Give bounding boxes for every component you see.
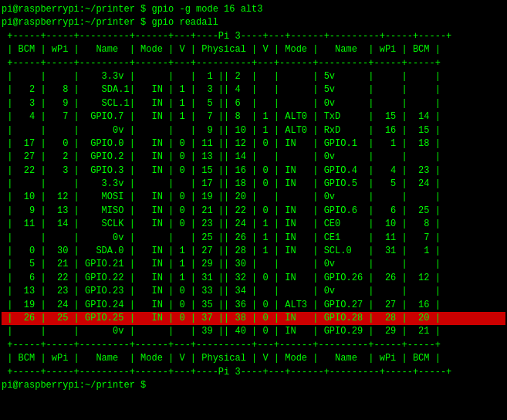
terminal-line: pi@raspberrypi:~/printer $ gpio readall (2, 16, 505, 29)
terminal-line: | | | 0v | | | 9 || 10 | 1 | ALT0 | RxD … (2, 124, 505, 137)
terminal-line: | 6 | 22 | GPIO.22 | IN | 1 | 31 || 32 |… (2, 272, 505, 285)
terminal-line: | 11 | 14 | SCLK | IN | 0 | 23 || 24 | 1… (2, 218, 505, 231)
terminal-line: | | | 3.3v | | | 1 || 2 | | | 5v | | | (2, 70, 505, 83)
terminal-line: | | | 3.3v | | | 17 || 18 | 0 | IN | GPI… (2, 178, 505, 191)
terminal-line: | BCM | wPi | Name | Mode | V | Physical… (2, 352, 505, 365)
terminal-line: | 5 | 21 | GPIO.21 | IN | 1 | 29 || 30 |… (2, 258, 505, 271)
terminal-line: | 17 | 0 | GPIO.0 | IN | 0 | 11 || 12 | … (2, 137, 505, 151)
terminal-line: | 27 | 2 | GPIO.2 | IN | 0 | 13 || 14 | … (2, 151, 505, 164)
terminal-line: | BCM | wPi | Name | Mode | V | Physical… (2, 43, 505, 56)
terminal-line: | 9 | 13 | MISO | IN | 0 | 21 || 22 | 0 … (2, 205, 505, 218)
terminal-line: | 22 | 3 | GPIO.3 | IN | 0 | 15 || 16 | … (2, 164, 505, 178)
terminal-line: pi@raspberrypi:~/printer $ (2, 379, 505, 392)
terminal-line: +-----+-----+---------+------+---+----Pi… (2, 366, 505, 379)
terminal-line: | 10 | 12 | MOSI | IN | 0 | 19 || 20 | |… (2, 191, 505, 204)
terminal-line: | 2 | 8 | SDA.1| IN | 1 | 3 || 4 | | | 5… (2, 83, 505, 97)
terminal-line: | | | 0v | | | 39 || 40 | 0 | IN | GPIO.… (2, 325, 505, 338)
terminal-line: | 4 | 7 | GPIO.7 | IN | 1 | 7 || 8 | 1 |… (2, 110, 505, 124)
terminal-line: | 19 | 24 | GPIO.24 | IN | 0 | 35 || 36 … (2, 299, 505, 312)
terminal-line: | 0 | 30 | SDA.0 | IN | 1 | 27 || 28 | 1… (2, 245, 505, 258)
terminal-line: | 13 | 23 | GPIO.23 | IN | 0 | 33 || 34 … (2, 285, 505, 298)
terminal-line: | 26 | 25 | GPIO.25 | IN | 0 | 37 || 38 … (2, 312, 505, 325)
terminal-line: +-----+-----+---------+------+---+----Pi… (2, 30, 505, 43)
terminal-line: | 3 | 9 | SCL.1| IN | 1 | 5 || 6 | | | 0… (2, 97, 505, 110)
terminal-line: pi@raspberrypi:~/printer $ gpio -g mode … (2, 3, 505, 16)
terminal: pi@raspberrypi:~/printer $ gpio -g mode … (0, 0, 507, 420)
terminal-line: | | | 0v | | | 25 || 26 | 1 | IN | CE1 |… (2, 232, 505, 245)
terminal-line: +-----+-----+---------+------+---+------… (2, 57, 505, 70)
terminal-line: +-----+-----+---------+------+---+------… (2, 339, 505, 352)
